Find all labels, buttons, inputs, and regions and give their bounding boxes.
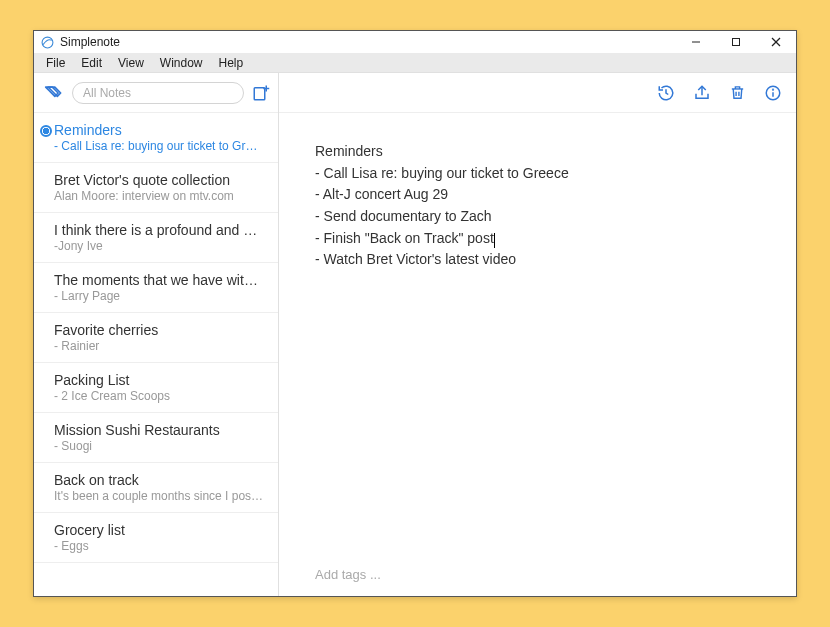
note-item[interactable]: Favorite cherries- Rainier — [34, 313, 278, 363]
note-item[interactable]: Back on trackIt's been a couple months s… — [34, 463, 278, 513]
sidebar: Reminders- Call Lisa re: buying our tick… — [34, 73, 279, 596]
tags-icon[interactable] — [44, 83, 64, 103]
svg-rect-5 — [254, 87, 265, 99]
note-title: Favorite cherries — [54, 322, 264, 338]
note-title: The moments that we have with friends ..… — [54, 272, 264, 288]
note-preview: - Larry Page — [54, 289, 264, 303]
note-title: Bret Victor's quote collection — [54, 172, 264, 188]
tag-input[interactable]: Add tags ... — [279, 557, 796, 596]
note-preview: - Rainier — [54, 339, 264, 353]
editor-line: - Call Lisa re: buying our ticket to Gre… — [315, 163, 760, 185]
note-title: Mission Sushi Restaurants — [54, 422, 264, 438]
history-icon[interactable] — [657, 84, 675, 102]
sidebar-toolbar — [34, 73, 278, 113]
note-editor: Reminders- Call Lisa re: buying our tick… — [279, 73, 796, 596]
maximize-button[interactable] — [716, 31, 756, 53]
editor-line: - Finish "Back on Track" post — [315, 228, 760, 250]
svg-point-12 — [773, 89, 774, 90]
note-title: Reminders — [54, 122, 264, 138]
note-preview: Alan Moore: interview on mtv.com — [54, 189, 264, 203]
editor-line: Reminders — [315, 141, 760, 163]
note-item[interactable]: Bret Victor's quote collectionAlan Moore… — [34, 163, 278, 213]
svg-point-0 — [42, 37, 53, 48]
note-preview: - Call Lisa re: buying our ticket to Gre… — [54, 139, 264, 153]
note-item[interactable]: Mission Sushi Restaurants- Suogi — [34, 413, 278, 463]
menu-window[interactable]: Window — [152, 54, 211, 72]
content-area: Reminders- Call Lisa re: buying our tick… — [34, 73, 796, 596]
editor-toolbar — [279, 73, 796, 113]
menu-file[interactable]: File — [38, 54, 73, 72]
notes-list: Reminders- Call Lisa re: buying our tick… — [34, 113, 278, 596]
menu-help[interactable]: Help — [211, 54, 252, 72]
note-title: Packing List — [54, 372, 264, 388]
menu-edit[interactable]: Edit — [73, 54, 110, 72]
menubar: File Edit View Window Help — [34, 53, 796, 73]
editor-line: - Alt-J concert Aug 29 — [315, 184, 760, 206]
app-title: Simplenote — [60, 35, 676, 49]
svg-rect-2 — [733, 39, 740, 46]
note-preview: - Eggs — [54, 539, 264, 553]
share-icon[interactable] — [693, 84, 711, 102]
editor-content[interactable]: Reminders- Call Lisa re: buying our tick… — [279, 113, 796, 557]
new-note-icon[interactable] — [252, 84, 270, 102]
note-item[interactable]: Grocery list- Eggs — [34, 513, 278, 563]
note-item[interactable]: The moments that we have with friends ..… — [34, 263, 278, 313]
editor-line: - Watch Bret Victor's latest video — [315, 249, 760, 271]
app-window: Simplenote File Edit View Window Help — [33, 30, 797, 597]
note-preview: - Suogi — [54, 439, 264, 453]
note-title: I think there is a profound and enduring… — [54, 222, 264, 238]
note-preview: It's been a couple months since I posted… — [54, 489, 264, 503]
note-title: Back on track — [54, 472, 264, 488]
note-item[interactable]: Reminders- Call Lisa re: buying our tick… — [34, 113, 278, 163]
text-cursor — [494, 233, 495, 248]
window-controls — [676, 31, 796, 53]
menu-view[interactable]: View — [110, 54, 152, 72]
note-title: Grocery list — [54, 522, 264, 538]
minimize-button[interactable] — [676, 31, 716, 53]
note-item[interactable]: I think there is a profound and enduring… — [34, 213, 278, 263]
info-icon[interactable] — [764, 84, 782, 102]
editor-line: - Send documentary to Zach — [315, 206, 760, 228]
titlebar: Simplenote — [34, 31, 796, 53]
note-preview: - 2 Ice Cream Scoops — [54, 389, 264, 403]
note-preview: -Jony Ive — [54, 239, 264, 253]
trash-icon[interactable] — [729, 84, 746, 101]
search-input[interactable] — [72, 82, 244, 104]
note-item[interactable]: Packing List- 2 Ice Cream Scoops — [34, 363, 278, 413]
close-button[interactable] — [756, 31, 796, 53]
app-logo-icon — [40, 35, 54, 49]
